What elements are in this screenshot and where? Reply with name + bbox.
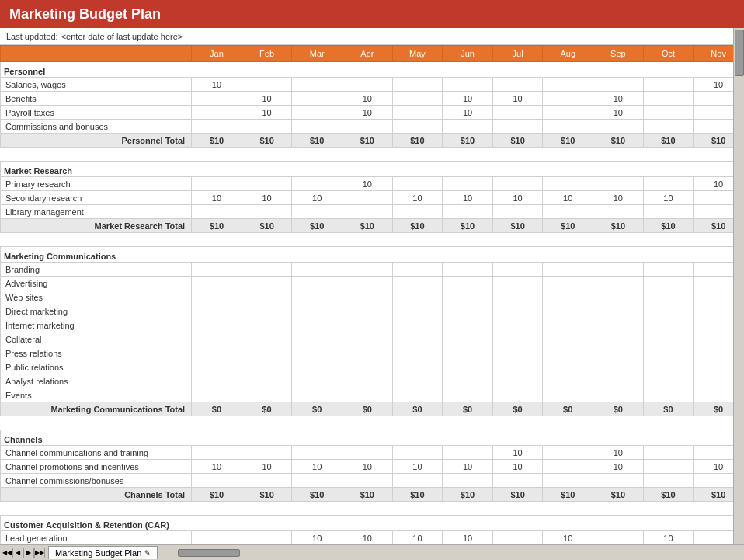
cell-2-6-1[interactable] (242, 346, 292, 360)
cell-2-4-8[interactable] (593, 318, 644, 332)
cell-2-4-3[interactable] (342, 318, 393, 332)
cell-3-0-6[interactable]: 10 (492, 446, 543, 460)
cell-0-0-1[interactable] (242, 78, 292, 92)
cell-1-1-4[interactable]: 10 (392, 191, 443, 205)
cell-2-0-2[interactable] (292, 263, 342, 277)
vertical-scrollbar-thumb[interactable] (735, 30, 744, 76)
cell-1-1-9[interactable]: 10 (643, 191, 694, 205)
cell-3-2-2[interactable] (292, 474, 342, 488)
cell-4-0-6[interactable] (492, 531, 543, 545)
cell-2-1-6[interactable] (492, 277, 543, 290)
cell-2-4-6[interactable] (492, 318, 543, 332)
cell-0-3-4[interactable] (392, 120, 443, 134)
cell-1-2-6[interactable] (492, 205, 543, 219)
cell-0-2-9[interactable] (643, 106, 694, 120)
cell-0-2-7[interactable] (543, 106, 593, 120)
cell-1-1-3[interactable] (342, 191, 393, 205)
cell-1-0-8[interactable] (593, 177, 644, 191)
cell-2-0-3[interactable] (342, 263, 393, 277)
cell-2-7-8[interactable] (593, 360, 644, 374)
cell-0-2-0[interactable] (192, 106, 242, 120)
cell-2-5-2[interactable] (292, 332, 342, 346)
cell-2-1-7[interactable] (543, 277, 593, 290)
cell-0-0-6[interactable] (492, 78, 543, 92)
cell-0-1-8[interactable]: 10 (593, 92, 644, 106)
cell-2-5-6[interactable] (492, 332, 543, 346)
cell-3-0-3[interactable] (342, 446, 393, 460)
cell-0-0-9[interactable] (643, 78, 694, 92)
cell-1-2-0[interactable] (192, 205, 242, 219)
cell-1-1-6[interactable]: 10 (492, 191, 543, 205)
cell-2-5-8[interactable] (593, 332, 644, 346)
cell-3-0-8[interactable]: 10 (593, 446, 644, 460)
cell-2-5-7[interactable] (543, 332, 593, 346)
cell-4-0-5[interactable]: 10 (443, 531, 493, 545)
cell-2-3-7[interactable] (543, 304, 593, 318)
cell-2-2-3[interactable] (342, 290, 393, 304)
cell-3-2-1[interactable] (242, 474, 292, 488)
cell-2-8-1[interactable] (242, 374, 292, 388)
cell-0-2-2[interactable] (292, 106, 342, 120)
cell-2-2-1[interactable] (242, 290, 292, 304)
cell-0-0-4[interactable] (392, 78, 443, 92)
cell-2-3-8[interactable] (593, 304, 644, 318)
cell-2-0-7[interactable] (543, 263, 593, 277)
cell-3-0-0[interactable] (192, 446, 242, 460)
nav-arrows[interactable]: ◀◀ ◀ ▶ ▶▶ (2, 548, 45, 558)
cell-0-1-6[interactable]: 10 (492, 92, 543, 106)
cell-2-7-6[interactable] (492, 360, 543, 374)
cell-2-0-4[interactable] (392, 263, 443, 277)
cell-3-1-9[interactable] (643, 460, 694, 474)
cell-0-0-2[interactable] (292, 78, 342, 92)
cell-2-7-9[interactable] (643, 360, 694, 374)
cell-2-8-8[interactable] (593, 374, 644, 388)
cell-1-0-9[interactable] (643, 177, 694, 191)
cell-0-3-0[interactable] (192, 120, 242, 134)
cell-2-4-7[interactable] (543, 318, 593, 332)
cell-3-2-5[interactable] (443, 474, 493, 488)
cell-2-5-5[interactable] (443, 332, 493, 346)
cell-0-2-3[interactable]: 10 (342, 106, 393, 120)
cell-3-0-4[interactable] (392, 446, 443, 460)
cell-3-0-2[interactable] (292, 446, 342, 460)
cell-0-1-3[interactable]: 10 (342, 92, 393, 106)
cell-4-0-2[interactable]: 10 (292, 531, 342, 545)
cell-2-6-4[interactable] (392, 346, 443, 360)
cell-1-1-5[interactable]: 10 (443, 191, 493, 205)
cell-4-0-9[interactable]: 10 (643, 531, 694, 545)
cell-2-8-9[interactable] (643, 374, 694, 388)
cell-1-2-1[interactable] (242, 205, 292, 219)
cell-2-9-5[interactable] (443, 388, 493, 402)
cell-2-3-1[interactable] (242, 304, 292, 318)
prev-sheet-arrow[interactable]: ◀ (12, 548, 23, 558)
cell-2-3-5[interactable] (443, 304, 493, 318)
cell-2-8-7[interactable] (543, 374, 593, 388)
cell-2-0-1[interactable] (242, 263, 292, 277)
cell-2-3-0[interactable] (192, 304, 242, 318)
cell-0-1-5[interactable]: 10 (443, 92, 493, 106)
cell-1-1-0[interactable]: 10 (192, 191, 242, 205)
vertical-scrollbar[interactable] (733, 28, 744, 544)
cell-2-2-7[interactable] (543, 290, 593, 304)
cell-2-6-3[interactable] (342, 346, 393, 360)
cell-3-2-8[interactable] (593, 474, 644, 488)
cell-2-1-9[interactable] (643, 277, 694, 290)
cell-2-8-6[interactable] (492, 374, 543, 388)
cell-4-0-0[interactable] (192, 531, 242, 545)
cell-0-3-3[interactable] (342, 120, 393, 134)
cell-4-0-7[interactable]: 10 (543, 531, 593, 545)
cell-3-1-0[interactable]: 10 (192, 460, 242, 474)
cell-2-4-1[interactable] (242, 318, 292, 332)
cell-2-1-2[interactable] (292, 277, 342, 290)
cell-1-2-7[interactable] (543, 205, 593, 219)
cell-2-9-6[interactable] (492, 388, 543, 402)
cell-2-5-9[interactable] (643, 332, 694, 346)
cell-3-2-4[interactable] (392, 474, 443, 488)
cell-3-1-6[interactable]: 10 (492, 460, 543, 474)
cell-2-9-0[interactable] (192, 388, 242, 402)
cell-2-2-9[interactable] (643, 290, 694, 304)
cell-3-1-5[interactable]: 10 (443, 460, 493, 474)
cell-0-1-7[interactable] (543, 92, 593, 106)
cell-2-7-4[interactable] (392, 360, 443, 374)
cell-0-3-9[interactable] (643, 120, 694, 134)
